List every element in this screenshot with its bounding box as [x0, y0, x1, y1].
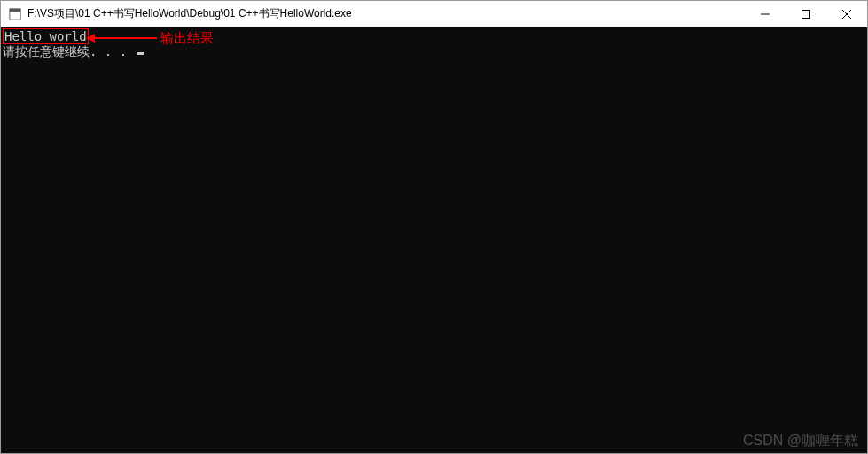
svg-rect-3	[802, 10, 810, 18]
highlighted-output: Hello world	[3, 28, 89, 44]
output-line-1: Hello world	[3, 28, 89, 44]
titlebar: F:\VS项目\01 C++书写HelloWorld\Debug\01 C++书…	[1, 1, 867, 27]
svg-marker-7	[86, 34, 95, 43]
annotation-label: 输出结果	[160, 31, 214, 45]
window-controls	[745, 1, 867, 27]
window-title: F:\VS项目\01 C++书写HelloWorld\Debug\01 C++书…	[27, 6, 745, 21]
console-window: F:\VS项目\01 C++书写HelloWorld\Debug\01 C++书…	[0, 0, 868, 454]
output-line-2: 请按任意键继续. . .	[3, 44, 865, 59]
console-output[interactable]: Hello world 输出结果 请按任意键继续. . . CSDN @咖喱年糕	[1, 27, 867, 453]
app-icon	[8, 7, 22, 21]
cursor-icon	[137, 52, 144, 55]
minimize-button[interactable]	[745, 1, 786, 27]
annotation-arrow: 输出结果	[86, 31, 214, 45]
maximize-button[interactable]	[786, 1, 826, 27]
close-button[interactable]	[826, 1, 867, 27]
svg-rect-1	[10, 8, 20, 12]
arrow-left-icon	[86, 33, 157, 43]
watermark-text: CSDN @咖喱年糕	[743, 434, 858, 448]
prompt-text: 请按任意键继续. . .	[3, 44, 135, 59]
